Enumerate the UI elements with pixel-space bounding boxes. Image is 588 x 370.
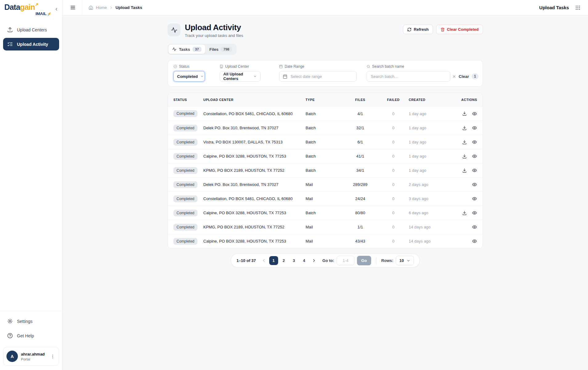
page-header: Upload Activity Track your upload tasks …: [168, 23, 483, 38]
sidebar-item-label: Upload Activity: [17, 42, 48, 47]
page-button-2[interactable]: 2: [279, 256, 288, 265]
status-badge: Completed: [173, 224, 197, 231]
tab-count-badge: 798: [221, 47, 232, 52]
search-icon: [367, 65, 370, 68]
download-button[interactable]: [462, 125, 467, 131]
sidebar-item-upload-centers[interactable]: Upload Centers: [3, 23, 59, 36]
failed-cell: 0: [378, 154, 409, 159]
files-cell: 24/24: [343, 196, 378, 201]
column-header-created: CREATED: [409, 98, 453, 102]
upload-center-select[interactable]: All Upload Centers: [220, 71, 261, 82]
type-cell: Mail: [306, 225, 343, 229]
download-button[interactable]: [462, 111, 467, 116]
breadcrumb: Home Upload Tasks: [88, 5, 142, 10]
page-button-4[interactable]: 4: [300, 256, 309, 265]
hamburger-menu-button[interactable]: [69, 4, 76, 11]
column-header-upload-center: UPLOAD CENTER: [203, 98, 306, 102]
next-page-button[interactable]: [311, 258, 317, 263]
files-cell: 41/1: [343, 154, 378, 159]
table-row[interactable]: Completed Vistra, PO BOX 130007, DALLAS,…: [168, 135, 483, 149]
view-button[interactable]: [472, 224, 477, 230]
tab-tasks[interactable]: Tasks 37: [168, 45, 205, 54]
page-button-3[interactable]: 3: [290, 256, 298, 265]
sidebar-item-get-help[interactable]: Get Help: [3, 329, 59, 342]
failed-cell: 0: [378, 168, 409, 173]
download-button[interactable]: [462, 210, 467, 215]
view-button[interactable]: [472, 210, 477, 215]
sidebar-item-label: Upload Centers: [17, 27, 47, 32]
view-button[interactable]: [472, 125, 477, 131]
clear-filters-button[interactable]: Clear 1: [450, 71, 480, 82]
status-badge: Completed: [173, 238, 197, 245]
failed-cell: 0: [378, 126, 409, 130]
rows-per-page-select[interactable]: 10: [396, 256, 414, 265]
table-row[interactable]: Completed Constellation, PO BOX 5461, CH…: [168, 107, 483, 121]
upload-center-filter-label: Upload Center: [225, 64, 249, 69]
brand-logo[interactable]: Datagain: [4, 3, 58, 11]
failed-cell: 0: [378, 182, 409, 187]
failed-cell: 0: [378, 196, 409, 201]
view-button[interactable]: [472, 168, 477, 173]
rows-label: Rows:: [381, 258, 393, 263]
files-cell: 32/1: [343, 126, 378, 130]
view-button[interactable]: [472, 154, 477, 159]
download-button[interactable]: [462, 154, 467, 159]
table-row[interactable]: Completed Calpine, PO BOX 3288, HOUSTON,…: [168, 206, 483, 220]
brand-part1: Data: [4, 3, 20, 11]
status-badge: Completed: [173, 110, 197, 117]
table-row[interactable]: Completed Delek PO. Box 310, Brentwood, …: [168, 121, 483, 135]
upload-center-cell: Calpine, PO BOX 3288, HOUSTON, TX 77253: [203, 154, 306, 159]
view-button[interactable]: [472, 239, 477, 244]
table-row[interactable]: Completed Calpine, PO BOX 3288, HOUSTON,…: [168, 234, 483, 248]
trash-icon: [440, 27, 445, 32]
table-row[interactable]: Completed Constellation, PO BOX 5461, CH…: [168, 191, 483, 206]
date-range-filter-label: Date Range: [285, 64, 304, 69]
view-button[interactable]: [472, 196, 477, 201]
main-area: Upload Activity Track your upload tasks …: [63, 15, 588, 370]
sidebar-nav: Upload Centers Upload Activity: [0, 22, 62, 52]
actions-cell: [453, 182, 477, 187]
tab-files[interactable]: Files 798: [206, 45, 236, 54]
clear-completed-button[interactable]: Clear Completed: [436, 25, 483, 34]
upload-center-cell: Calpine, PO BOX 3288, HOUSTON, TX 77253: [203, 239, 306, 243]
status-select[interactable]: Completed: [173, 71, 205, 82]
sidebar-collapse-button[interactable]: [54, 6, 59, 12]
download-button[interactable]: [462, 139, 467, 145]
view-button[interactable]: [472, 182, 477, 187]
sidebar-item-settings[interactable]: Settings: [3, 315, 59, 328]
page-button-1[interactable]: 1: [269, 256, 278, 265]
created-cell: 2 days ago: [409, 182, 453, 187]
topbar-title: Upload Tasks: [539, 5, 569, 10]
go-button[interactable]: Go: [357, 256, 371, 265]
table-row[interactable]: Completed KPMG, PO BOX 2189, HOUSTON, TX…: [168, 220, 483, 234]
view-button[interactable]: [472, 111, 477, 116]
refresh-button[interactable]: Refresh: [403, 25, 433, 34]
table-row[interactable]: Completed Calpine, PO BOX 3288, HOUSTON,…: [168, 149, 483, 163]
breadcrumb-home[interactable]: Home: [96, 5, 107, 10]
goto-page-input[interactable]: [337, 256, 355, 265]
sidebar-item-upload-activity[interactable]: Upload Activity: [3, 38, 59, 50]
view-button[interactable]: [472, 139, 477, 145]
date-range-input[interactable]: Select date range: [279, 71, 357, 82]
status-badge: Completed: [173, 210, 197, 216]
sidebar-item-label: Get Help: [17, 333, 34, 338]
help-circle-icon: [7, 333, 13, 339]
column-header-failed: FAILED: [378, 98, 409, 102]
upload-center-cell: KPMG, PO BOX 2189, HOUSTON, TX 77252: [203, 225, 306, 229]
chevron-down-icon: [253, 74, 257, 78]
pagination-range: 1–10 of 37: [237, 258, 256, 263]
brand-part2: gain: [20, 3, 35, 11]
failed-cell: 0: [378, 239, 409, 243]
previous-page-button[interactable]: [261, 258, 267, 263]
table-row[interactable]: Completed Delek PO. Box 310, Brentwood, …: [168, 177, 483, 191]
apps-grid-icon[interactable]: [574, 4, 581, 11]
search-input[interactable]: [370, 74, 447, 79]
status-badge: Completed: [173, 181, 197, 188]
type-cell: Batch: [306, 168, 343, 173]
table-row[interactable]: Completed KPMG, PO BOX 2189, HOUSTON, TX…: [168, 163, 483, 177]
status-select-value: Completed: [177, 74, 198, 79]
download-button[interactable]: [462, 168, 467, 173]
user-card[interactable]: A ahrar.ahmad Portal: [3, 347, 59, 366]
actions-cell: [453, 139, 477, 145]
user-menu-button[interactable]: [50, 353, 56, 360]
